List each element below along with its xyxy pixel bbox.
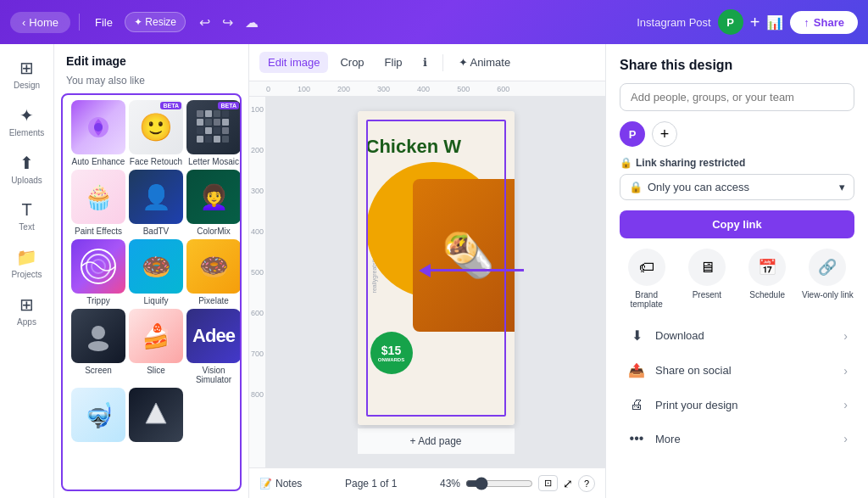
svg-rect-12: [214, 127, 220, 134]
info-button[interactable]: ℹ: [415, 52, 436, 73]
fullscreen-button[interactable]: ⤢: [563, 477, 573, 490]
zoom-slider[interactable]: [465, 477, 533, 490]
price-sub: ONWARDS: [378, 357, 404, 362]
effect-slice[interactable]: 🍰 Slice: [129, 309, 183, 384]
effect-screen[interactable]: Screen: [71, 309, 125, 384]
redo-button[interactable]: ↪: [219, 11, 236, 34]
icon-sidebar: ⊞ Design ✦ Elements ⬆ Uploads T Text 📁 P…: [0, 44, 54, 498]
svg-rect-17: [222, 136, 229, 143]
svg-marker-23: [146, 403, 166, 423]
canvas-column: Edit image Crop Flip ℹ ✦ Animate 0100200…: [249, 44, 605, 498]
home-label: Home: [29, 16, 58, 29]
effect-colormix[interactable]: 👩‍🦱 ColorMix: [186, 170, 241, 236]
effect-bot1[interactable]: 🤿: [71, 388, 125, 445]
auto-enhance-label: Auto Enhance: [72, 157, 125, 166]
design-icon: ⊞: [19, 58, 34, 78]
apps-icon: ⊞: [19, 294, 34, 315]
svg-rect-16: [214, 136, 220, 143]
download-chevron-icon: ›: [843, 329, 848, 343]
cloud-save-button[interactable]: ☁: [242, 11, 262, 34]
print-option[interactable]: 🖨 Print your design ›: [620, 389, 854, 421]
user-avatar[interactable]: P: [718, 9, 743, 35]
paint-effects-label: Paint Effects: [75, 227, 122, 236]
ruler-top: 0100200300400500600: [249, 81, 605, 97]
share-social-option[interactable]: 📤 Share on social ›: [620, 354, 854, 387]
undo-button[interactable]: ↩: [196, 11, 214, 34]
view-only-link-option[interactable]: 🔗 View-only link: [801, 249, 854, 309]
share-icon: ↑: [804, 16, 810, 29]
vision-simulator-label: Vision Simulator: [186, 366, 241, 384]
svg-rect-13: [222, 127, 229, 134]
badtv-label: BadTV: [143, 227, 170, 236]
edit-image-tab[interactable]: Edit image: [259, 52, 328, 73]
effect-badtv[interactable]: 👤 BadTV: [129, 170, 183, 236]
zoom-value: 43%: [440, 478, 460, 490]
more-option[interactable]: ••• More ›: [620, 422, 854, 455]
link-sharing-section: 🔒 Link sharing restricted 🔒 Only you can…: [620, 157, 854, 200]
brand-template-label: Brand template: [620, 290, 673, 309]
flip-button[interactable]: Flip: [376, 52, 411, 73]
page-info: Page 1 of 1: [309, 478, 433, 490]
projects-label: Projects: [11, 270, 42, 279]
schedule-label: Schedule: [749, 290, 785, 299]
download-option[interactable]: ⬇ Download ›: [620, 319, 854, 352]
effect-bot2[interactable]: [129, 388, 183, 445]
effect-liquify[interactable]: 🍩 Liquify: [129, 239, 183, 305]
fit-page-button[interactable]: ⊡: [538, 475, 558, 491]
brand-template-option[interactable]: 🏷 Brand template: [620, 249, 673, 309]
share-list: ⬇ Download › 📤 Share on social › 🖨 Print…: [620, 319, 854, 455]
lock-icon: 🔒: [620, 157, 632, 169]
home-button[interactable]: ‹ Home: [10, 12, 70, 33]
svg-rect-6: [197, 119, 203, 126]
bottom-bar: 📝 Notes Page 1 of 1 43% ⊡ ⤢ ?: [249, 467, 605, 498]
share-options-grid: 🏷 Brand template 🖥 Present 📅 Schedule 🔗 …: [620, 249, 854, 309]
share-social-label: Share on social: [655, 364, 835, 377]
help-button[interactable]: ?: [578, 475, 595, 492]
arrow-line: [431, 269, 524, 271]
sidebar-item-text[interactable]: T Text: [3, 193, 51, 238]
sidebar-item-design[interactable]: ⊞ Design: [3, 51, 51, 97]
sidebar-item-apps[interactable]: ⊞ Apps: [3, 288, 51, 333]
schedule-option[interactable]: 📅 Schedule: [741, 249, 794, 309]
effect-trippy[interactable]: Trippy: [71, 239, 125, 305]
effect-vision-simulator[interactable]: Adee Vision Simulator: [186, 309, 241, 384]
svg-rect-4: [214, 110, 220, 117]
panel-subheader: You may also like: [54, 75, 248, 93]
share-button[interactable]: ↑ Share: [790, 11, 858, 34]
share-avatars: P +: [620, 121, 854, 147]
uploads-icon: ⬆: [19, 153, 34, 173]
sidebar-item-projects[interactable]: 📁 Projects: [3, 240, 51, 286]
topbar-right: Instagram Post P + 📊 ↑ Share: [637, 9, 858, 35]
crop-tab[interactable]: Crop: [331, 52, 372, 73]
sidebar-item-elements[interactable]: ✦ Elements: [3, 98, 51, 144]
lock-small-icon: 🔒: [629, 181, 643, 193]
pixelate-label: Pixelate: [198, 296, 229, 305]
present-option[interactable]: 🖥 Present: [680, 249, 733, 309]
effect-face-retouch[interactable]: 🙂 BETA Face Retouch: [129, 100, 183, 166]
resize-button[interactable]: ✦ Resize: [125, 12, 186, 32]
file-button[interactable]: File: [88, 12, 120, 33]
animate-button[interactable]: ✦ Animate: [450, 52, 520, 73]
sidebar-item-uploads[interactable]: ⬆ Uploads: [3, 146, 51, 192]
add-page-button[interactable]: + Add page: [358, 428, 515, 454]
copy-link-button[interactable]: Copy link: [620, 210, 854, 238]
more-chevron-icon: ›: [843, 432, 848, 445]
view-only-link-icon: 🔗: [809, 249, 846, 286]
effect-letter-mosaic[interactable]: BETA Letter Mosaic: [186, 100, 241, 166]
effect-paint-effects[interactable]: 🧁 Paint Effects: [71, 170, 125, 236]
share-search-input[interactable]: [620, 83, 854, 111]
svg-rect-5: [222, 110, 229, 117]
toolbar-separator: [442, 54, 443, 71]
add-collaborator-button[interactable]: +: [750, 13, 760, 32]
share-label: Share: [814, 16, 844, 29]
svg-point-21: [92, 326, 105, 339]
analytics-button[interactable]: 📊: [766, 14, 783, 31]
canvas-scroll-area[interactable]: ⧉ 🗑 ⋯ reallygreatsite.com Chicken W 🌯: [266, 97, 605, 467]
notes-button[interactable]: 📝 Notes: [259, 478, 302, 490]
link-sharing-label: 🔒 Link sharing restricted: [620, 157, 854, 169]
effect-auto-enhance[interactable]: Auto Enhance: [71, 100, 125, 166]
add-people-button[interactable]: +: [652, 121, 677, 147]
link-access-dropdown[interactable]: 🔒 Only you can access ▾: [620, 174, 854, 200]
svg-rect-9: [222, 119, 229, 126]
effect-pixelate[interactable]: 🍩 Pixelate: [186, 239, 241, 305]
